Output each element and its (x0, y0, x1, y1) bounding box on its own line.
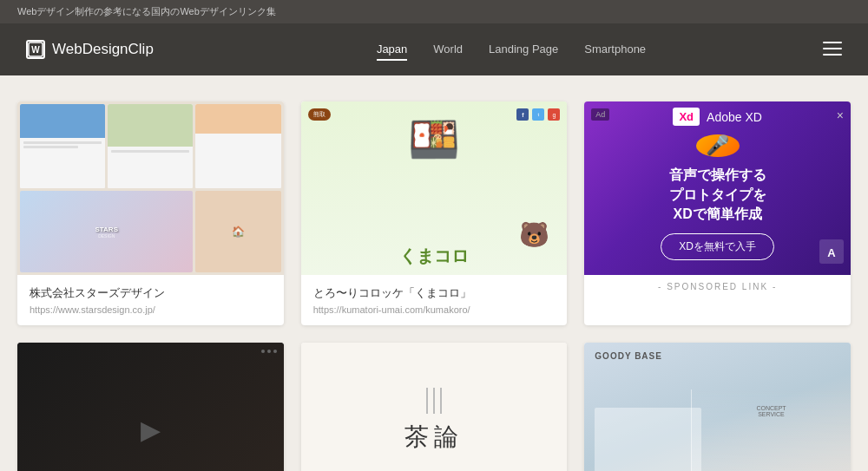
sponsored-text: - SPONSORED LINK - (584, 275, 851, 298)
ad-badge: Ad (591, 108, 609, 121)
xd-logo: Xd (673, 108, 700, 126)
nav-landing-page[interactable]: Landing Page (489, 39, 558, 61)
nav-smartphone[interactable]: Smartphone (584, 39, 646, 61)
card-grid-row2: ▶ 茶論 GOODY B (17, 343, 851, 471)
logo-text: WebDesignClip (52, 41, 154, 58)
logo-icon: W (26, 40, 45, 59)
mic-icon: 🎤 (696, 134, 740, 157)
adobe-logo-icon: A (819, 239, 844, 268)
header-main: W WebDesignClip Japan World Landing Page… (0, 23, 868, 75)
nav-japan[interactable]: Japan (377, 39, 407, 61)
tagline-text: Webデザイン制作の参考になる国内のWebデザインリンク集 (17, 6, 276, 16)
card-kumakoro[interactable]: f t g 熊取 🍱 🐻 くまコロ とろ〜りコロッケ「くまコロ」 https:/ (301, 101, 568, 325)
header-tagline-bar: Webデザイン制作の参考になる国内のWebデザインリンク集 (0, 0, 868, 23)
card-2-title: とろ〜りコロッケ「くまコロ」 (313, 285, 556, 301)
ad-main-text: 音声で操作するプロトタイプをXDで簡単作成 (669, 166, 766, 224)
svg-text:W: W (31, 45, 40, 55)
card-1-url: https://www.starsdesign.co.jp/ (30, 304, 272, 315)
main-nav: Japan World Landing Page Smartphone (200, 39, 823, 61)
card-4-bg: ▶ (17, 343, 284, 471)
svg-rect-3 (823, 48, 842, 49)
svg-text:A: A (827, 246, 836, 259)
card-6-image: GOODY BASE CONCEPTSERVICE (584, 343, 851, 471)
logo[interactable]: W WebDesignClip (26, 40, 200, 59)
card-4-image: ▶ (17, 343, 284, 471)
card-1-image: STARS DESIGN 🏠 (17, 101, 284, 275)
card-saron[interactable]: 茶論 (301, 343, 568, 471)
card-dark[interactable]: ▶ (17, 343, 284, 471)
ad-image: Ad × Xd Adobe XD 🎤 音声で操作するプロトタイプをXDで簡単作成… (584, 101, 851, 275)
svg-rect-4 (823, 54, 842, 56)
card-1-title: 株式会社スターズデザイン (30, 285, 272, 301)
ad-xd-brand: Xd Adobe XD (673, 108, 761, 126)
card-2-body: とろ〜りコロッケ「くまコロ」 https://kumatori-umai.com… (301, 275, 568, 325)
hamburger-menu-icon[interactable] (823, 40, 842, 60)
nav-world[interactable]: World (433, 39, 463, 61)
ad-close-icon[interactable]: × (837, 108, 844, 122)
card-grid-row1: STARS DESIGN 🏠 株式会社スターズデザイン https://www.… (17, 101, 851, 325)
card-goody-base[interactable]: GOODY BASE CONCEPTSERVICE (584, 343, 851, 471)
card-stars-design[interactable]: STARS DESIGN 🏠 株式会社スターズデザイン https://www.… (17, 101, 284, 325)
svg-rect-2 (823, 42, 842, 43)
ad-cta-button[interactable]: XDを無料で入手 (661, 233, 774, 260)
card-2-url: https://kumatori-umai.com/kumakoro/ (313, 304, 556, 315)
ad-product-name: Adobe XD (707, 110, 762, 124)
card-5-image: 茶論 (301, 343, 568, 471)
card-1-body: 株式会社スターズデザイン https://www.starsdesign.co.… (17, 275, 284, 325)
card-2-image: f t g 熊取 🍱 🐻 くまコロ (301, 101, 568, 275)
card-ad-adobe-xd: Ad × Xd Adobe XD 🎤 音声で操作するプロトタイプをXDで簡単作成… (584, 101, 851, 325)
main-content: STARS DESIGN 🏠 株式会社スターズデザイン https://www.… (0, 75, 868, 471)
